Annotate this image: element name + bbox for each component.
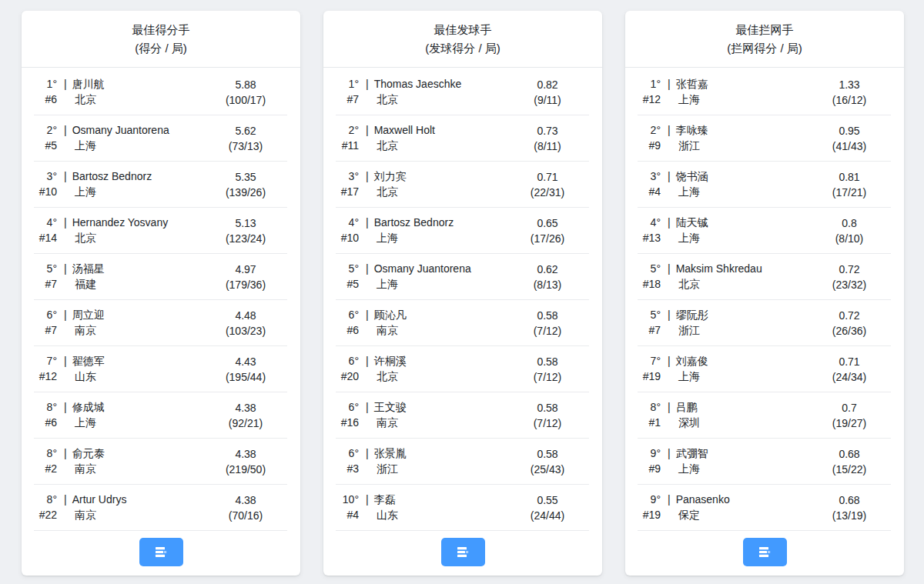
leaderboard-row: 2° #5 | Osmany Juantorena 上海 5.62 (73/13… xyxy=(34,115,287,161)
row-name-column: | 饶书涵 上海 xyxy=(668,169,708,199)
row-name-column: | 陆天铖 上海 xyxy=(668,215,708,245)
row-rank: 6° xyxy=(336,307,359,322)
card-header: 最佳发球手 (发球得分 / 局) xyxy=(323,11,602,68)
team-name: 山东 xyxy=(366,507,398,522)
stat-value: 0.65 xyxy=(506,215,589,231)
row-rank-column: 8° #22 xyxy=(34,492,57,522)
row-rank: 7° xyxy=(34,353,57,369)
row-name-column: | Bartosz Bednorz 上海 xyxy=(366,215,454,245)
leaderboard-row: 6° #3 | 张景胤 浙江 0.58 (25/43) xyxy=(336,439,589,484)
pipe-divider: | xyxy=(366,446,369,461)
row-stat-column: 0.58 (7/12) xyxy=(506,308,589,339)
row-name-column: | Panasenko 保定 xyxy=(668,492,730,522)
player-name: Thomas Jaeschke xyxy=(374,76,462,92)
row-player-number: #22 xyxy=(34,507,57,522)
row-stat-column: 1.33 (16/12) xyxy=(808,77,891,108)
row-player-number: #20 xyxy=(336,369,359,384)
card-header: 最佳得分手 (得分 / 局) xyxy=(22,11,300,68)
row-name-column: | 俞元泰 南京 xyxy=(64,446,105,476)
row-player-number: #10 xyxy=(336,230,359,245)
row-player-number: #7 xyxy=(336,92,359,107)
stat-value: 0.72 xyxy=(808,308,891,323)
row-name-column: | 刘力宾 北京 xyxy=(366,169,407,199)
card-footer xyxy=(22,531,300,576)
stat-value: 0.73 xyxy=(506,123,589,138)
row-stat-column: 0.82 (9/11) xyxy=(506,77,589,108)
player-name: 翟德军 xyxy=(72,353,105,369)
row-player-number: #7 xyxy=(638,322,661,338)
row-player-number: #14 xyxy=(34,230,57,245)
row-player-block: 1° #7 | Thomas Jaeschke 北京 xyxy=(336,76,461,107)
team-name: 上海 xyxy=(668,461,708,476)
row-rank: 8° xyxy=(34,492,57,507)
player-name: 饶书涵 xyxy=(676,169,708,184)
player-name: 陆天铖 xyxy=(676,215,708,230)
team-name: 上海 xyxy=(668,184,708,199)
leaderboard-row: 5° #7 | 汤福星 福建 4.97 (179/36) xyxy=(34,254,287,299)
stat-value: 4.43 xyxy=(204,354,287,369)
row-stat-column: 0.72 (23/32) xyxy=(808,262,891,292)
team-name: 上海 xyxy=(668,369,708,384)
pipe-divider: | xyxy=(64,399,67,415)
row-player-number: #12 xyxy=(638,92,661,107)
stat-fraction: (8/10) xyxy=(808,231,891,246)
row-rank-column: 9° #9 xyxy=(638,446,661,476)
row-stat-column: 5.62 (73/13) xyxy=(204,123,287,154)
player-name: 唐川航 xyxy=(72,76,105,92)
player-name: 顾沁凡 xyxy=(374,307,407,322)
row-stat-column: 0.8 (8/10) xyxy=(808,215,891,246)
row-rank-column: 3° #17 xyxy=(336,169,359,199)
team-name: 南京 xyxy=(64,507,126,522)
team-name: 北京 xyxy=(366,184,407,199)
row-rank-column: 1° #12 xyxy=(638,76,661,107)
team-name: 浙江 xyxy=(668,138,708,153)
row-rank: 9° xyxy=(638,446,661,461)
row-player-block: 8° #2 | 俞元泰 南京 xyxy=(34,446,105,476)
row-player-number: #19 xyxy=(638,369,661,384)
row-player-block: 6° #6 | 顾沁凡 南京 xyxy=(336,307,407,338)
row-player-block: 2° #5 | Osmany Juantorena 上海 xyxy=(34,122,169,153)
full-list-button[interactable] xyxy=(743,538,787,566)
leaderboard-row: 3° #4 | 饶书涵 上海 0.81 (17/21) xyxy=(638,162,891,207)
player-name: 刘力宾 xyxy=(374,169,407,184)
row-rank-column: 5° #7 xyxy=(34,261,57,292)
stat-fraction: (195/44) xyxy=(204,369,287,385)
stat-value: 0.62 xyxy=(506,262,589,277)
pipe-divider: | xyxy=(668,399,671,415)
team-name: 北京 xyxy=(64,92,105,107)
row-player-block: 1° #6 | 唐川航 北京 xyxy=(34,76,105,107)
pipe-divider: | xyxy=(64,76,67,92)
row-stat-column: 0.68 (15/22) xyxy=(808,446,891,477)
row-player-block: 8° #1 | 吕鹏 深圳 xyxy=(638,399,700,430)
row-player-block: 6° #20 | 许桐溪 北京 xyxy=(336,353,407,384)
player-name: 王文骏 xyxy=(374,399,407,415)
row-stat-column: 0.72 (26/36) xyxy=(808,308,891,339)
row-rank: 2° xyxy=(34,122,57,138)
row-player-block: 7° #19 | 刘嘉俊 上海 xyxy=(638,353,708,384)
row-name-column: | 吕鹏 深圳 xyxy=(668,399,700,430)
row-player-number: #7 xyxy=(34,322,57,338)
pipe-divider: | xyxy=(64,446,67,461)
row-player-number: #4 xyxy=(638,184,661,199)
stat-fraction: (219/50) xyxy=(204,462,287,477)
row-name-column: | 许桐溪 北京 xyxy=(366,353,407,384)
row-stat-column: 4.43 (195/44) xyxy=(204,354,287,385)
team-name: 上海 xyxy=(366,230,454,245)
team-name: 南京 xyxy=(64,322,105,338)
row-player-number: #19 xyxy=(638,507,661,522)
row-stat-column: 4.38 (219/50) xyxy=(204,446,287,477)
row-player-block: 6° #16 | 王文骏 南京 xyxy=(336,399,407,430)
row-player-block: 6° #3 | 张景胤 浙江 xyxy=(336,446,407,476)
row-rank: 8° xyxy=(34,446,57,461)
row-name-column: | 周立迎 南京 xyxy=(64,307,105,338)
row-player-block: 3° #17 | 刘力宾 北京 xyxy=(336,169,407,199)
player-name: 修成城 xyxy=(72,399,105,415)
full-list-button[interactable] xyxy=(441,538,485,566)
row-player-number: #6 xyxy=(336,322,359,338)
full-list-button[interactable] xyxy=(139,538,183,566)
pipe-divider: | xyxy=(668,169,671,184)
row-rank: 5° xyxy=(336,261,359,276)
row-rank-column: 5° #18 xyxy=(638,261,661,292)
card-title: 最佳发球手 xyxy=(336,21,590,39)
stat-fraction: (7/12) xyxy=(506,323,589,339)
